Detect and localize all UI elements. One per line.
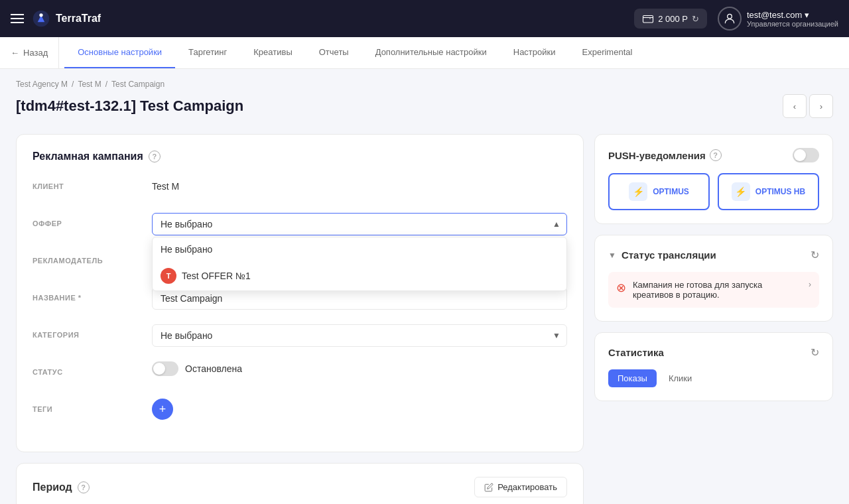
svg-point-2 bbox=[39, 13, 42, 17]
offer-dropdown-menu: Не выбрано T Test OFFER №1 bbox=[152, 237, 567, 291]
tab-creatives[interactable]: Креативы bbox=[240, 37, 305, 68]
optimus-button[interactable]: ⚡ OPTIMUS bbox=[608, 173, 710, 210]
name-field-row: НАЗВАНИЕ * bbox=[33, 287, 567, 314]
period-title: Период ? bbox=[33, 481, 90, 493]
stats-refresh-icon[interactable]: ↻ bbox=[811, 346, 819, 359]
period-help-icon[interactable]: ? bbox=[78, 481, 90, 493]
wallet-icon bbox=[642, 13, 654, 25]
status-field-row: СТАТУС Остановлена bbox=[33, 361, 567, 388]
breadcrumb-sep2: / bbox=[105, 80, 107, 89]
period-header: Период ? Редактировать bbox=[33, 477, 567, 497]
header-right: 2 000 Р ↻ test@test.com ▾ Управляется ор… bbox=[634, 7, 838, 31]
offer-select-wrapper: Не выбрано Test OFFER №1 ▲ bbox=[152, 213, 567, 235]
balance-refresh-icon[interactable]: ↻ bbox=[692, 14, 699, 24]
ad-campaign-help-icon[interactable]: ? bbox=[149, 151, 161, 162]
broadcast-error-chevron-icon[interactable]: › bbox=[809, 280, 811, 289]
broadcast-title-area: ▼ Статус трансляции bbox=[608, 249, 716, 261]
offer-label: ОФФЕР bbox=[33, 213, 152, 227]
ad-campaign-card: Рекламная кампания ? КЛИЕНТ Test M ОФФЕР bbox=[16, 134, 584, 452]
balance-amount: 2 000 Р bbox=[658, 14, 688, 24]
status-control: Остановлена bbox=[152, 361, 567, 376]
category-field-row: КАТЕГОРИЯ Не выбрано ▼ bbox=[33, 324, 567, 351]
top-header: TerraTraf 2 000 Р ↻ test@test.com bbox=[0, 0, 849, 37]
user-email: test@test.com ▾ bbox=[747, 10, 838, 20]
add-tag-button[interactable]: + bbox=[152, 399, 173, 420]
left-panel: Рекламная кампания ? КЛИЕНТ Test M ОФФЕР bbox=[16, 134, 584, 504]
breadcrumb-campaign[interactable]: Test Campaign bbox=[111, 80, 164, 89]
status-value: Остановлена bbox=[185, 363, 242, 374]
broadcast-card: ▼ Статус трансляции ↻ ⊗ Кампания не гото… bbox=[594, 235, 833, 322]
broadcast-error-item: ⊗ Кампания не готова для запуска креатив… bbox=[608, 272, 819, 308]
push-help-icon[interactable]: ? bbox=[710, 149, 722, 161]
optimus-row: ⚡ OPTIMUS ⚡ OPTIMUS HB bbox=[608, 173, 819, 210]
back-label: Назад bbox=[23, 48, 48, 58]
nav-tabs: ← Назад Основные настройки Таргетинг Кре… bbox=[0, 37, 849, 69]
stats-title: Статистика bbox=[608, 347, 664, 358]
client-field-row: КЛИЕНТ Test M bbox=[33, 176, 567, 202]
offer-avatar: T bbox=[161, 268, 176, 284]
tab-additional-settings[interactable]: Дополнительные настройки bbox=[362, 37, 500, 68]
edit-icon bbox=[484, 483, 493, 492]
main-content: Рекламная кампания ? КЛИЕНТ Test M ОФФЕР bbox=[0, 123, 849, 504]
status-toggle[interactable] bbox=[152, 361, 178, 376]
breadcrumb-agency[interactable]: Test Agency M bbox=[16, 80, 68, 89]
user-details: test@test.com ▾ Управляется организацией bbox=[747, 10, 838, 28]
push-title: PUSH-уведомления ? bbox=[608, 149, 722, 161]
tab-targeting[interactable]: Таргетинг bbox=[175, 37, 240, 68]
tab-settings[interactable]: Настройки bbox=[500, 37, 569, 68]
optimus-hb-label: OPTIMUS HB bbox=[755, 187, 805, 196]
period-edit-button[interactable]: Редактировать bbox=[474, 477, 567, 497]
user-chevron-icon: ▾ bbox=[805, 10, 809, 20]
nav-back-button[interactable]: ← Назад bbox=[11, 37, 59, 68]
error-icon: ⊗ bbox=[616, 281, 626, 295]
tags-field-row: ТЕГИ + bbox=[33, 399, 567, 425]
broadcast-header[interactable]: ▼ Статус трансляции ↻ bbox=[608, 249, 819, 261]
page-title-row: [tdm4#test-132.1] Test Campaign ‹ › bbox=[16, 94, 833, 118]
offer-option-test[interactable]: T Test OFFER №1 bbox=[153, 261, 566, 290]
push-card: PUSH-уведомления ? ⚡ OPTIMUS ⚡ OPTIMUS H… bbox=[594, 134, 833, 224]
offer-dropdown: Не выбрано Test OFFER №1 ▲ Не выбрано T bbox=[152, 213, 567, 235]
optimus-label: OPTIMUS bbox=[653, 187, 689, 196]
offer-none-label: Не выбрано bbox=[161, 244, 212, 255]
user-avatar bbox=[718, 7, 742, 31]
stats-tab-clicks[interactable]: Клики bbox=[659, 369, 701, 387]
svg-rect-3 bbox=[643, 16, 653, 23]
back-arrow-icon: ← bbox=[11, 48, 19, 58]
tags-label: ТЕГИ bbox=[33, 399, 152, 413]
balance-display: 2 000 Р ↻ bbox=[634, 9, 707, 29]
logo-text: TerraTraf bbox=[56, 13, 101, 25]
breadcrumb-area: Test Agency M / Test M / Test Campaign [… bbox=[0, 69, 849, 123]
category-label: КАТЕГОРИЯ bbox=[33, 324, 152, 339]
logo: TerraTraf bbox=[32, 9, 101, 28]
prev-campaign-button[interactable]: ‹ bbox=[783, 94, 807, 118]
push-toggle[interactable] bbox=[793, 148, 819, 162]
breadcrumb: Test Agency M / Test M / Test Campaign bbox=[16, 80, 833, 89]
optimus-hb-button[interactable]: ⚡ OPTIMUS HB bbox=[718, 173, 819, 210]
tab-reports[interactable]: Отчеты bbox=[306, 37, 362, 68]
menu-icon[interactable] bbox=[11, 14, 24, 23]
header-left: TerraTraf bbox=[11, 9, 101, 28]
user-role: Управляется организацией bbox=[747, 20, 838, 28]
client-label: КЛИЕНТ bbox=[33, 176, 152, 190]
stats-tab-shows[interactable]: Показы bbox=[608, 369, 657, 387]
tab-experimental[interactable]: Experimental bbox=[569, 37, 646, 68]
tab-basic-settings[interactable]: Основные настройки bbox=[64, 37, 175, 68]
breadcrumb-client[interactable]: Test M bbox=[78, 80, 101, 89]
right-panel: PUSH-уведомления ? ⚡ OPTIMUS ⚡ OPTIMUS H… bbox=[594, 134, 833, 504]
push-header: PUSH-уведомления ? bbox=[608, 148, 819, 162]
broadcast-refresh-icon[interactable]: ↻ bbox=[811, 249, 819, 261]
period-card: Период ? Редактировать bbox=[16, 463, 584, 504]
offer-select[interactable]: Не выбрано Test OFFER №1 bbox=[152, 213, 567, 235]
broadcast-error-text: Кампания не готова для запуска креативов… bbox=[633, 280, 802, 300]
category-control: Не выбрано ▼ bbox=[152, 324, 567, 347]
offer-option-none[interactable]: Не выбрано bbox=[153, 237, 566, 261]
user-info[interactable]: test@test.com ▾ Управляется организацией bbox=[718, 7, 838, 31]
ad-campaign-title: Рекламная кампания ? bbox=[33, 151, 567, 162]
category-select[interactable]: Не выбрано bbox=[152, 324, 567, 347]
stats-card: Статистика ↻ Показы Клики bbox=[594, 332, 833, 401]
breadcrumb-sep1: / bbox=[72, 80, 74, 89]
next-campaign-button[interactable]: › bbox=[809, 94, 833, 118]
advertiser-label: РЕКЛАМОДАТЕЛЬ bbox=[33, 250, 152, 265]
optimus-hb-icon: ⚡ bbox=[732, 182, 750, 201]
stats-tabs: Показы Клики bbox=[608, 369, 819, 387]
